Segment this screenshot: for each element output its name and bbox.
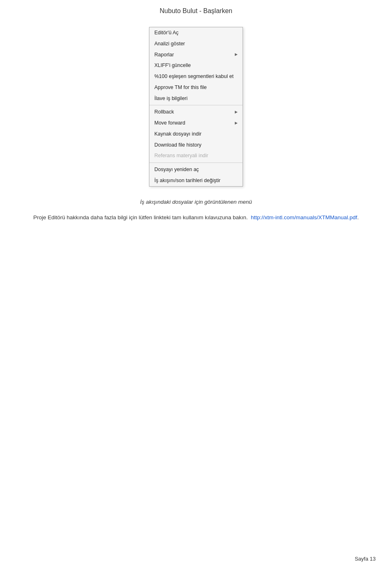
menu-item-download-history[interactable]: Download file history xyxy=(149,140,243,151)
manual-link[interactable]: http://xtm-intl.com/manuals/XTMManual.pd… xyxy=(251,214,357,220)
menu-item-approve-tm[interactable]: Approve TM for this file xyxy=(149,82,243,93)
menu-divider-2 xyxy=(149,163,243,163)
menu-screenshot: Editör'ü Aç Analizi göster Raporlar XLIF… xyxy=(149,27,243,187)
page-number: Sayfa 13 xyxy=(355,556,376,562)
menu-item-editor[interactable]: Editör'ü Aç xyxy=(149,27,243,38)
menu-item-100-esles[interactable]: %100 eşleşen segmentleri kabul et xyxy=(149,71,243,82)
caption: İş akışındaki dosyalar için görüntülenen… xyxy=(140,199,252,205)
menu-item-is-akisi[interactable]: İş akışını/son tarihleri değiştir xyxy=(149,175,243,186)
menu-item-referans: Referans materyali indir xyxy=(149,150,243,161)
menu-divider-1 xyxy=(149,105,243,105)
menu-item-xliff[interactable]: XLIFF'i güncelle xyxy=(149,60,243,71)
menu-item-analiz[interactable]: Analizi göster xyxy=(149,38,243,49)
menu-item-move-forward[interactable]: Move forward xyxy=(149,118,243,129)
page-title: Nubuto Bulut - Başlarken xyxy=(0,0,392,23)
menu-item-rollback[interactable]: Rollback xyxy=(149,107,243,118)
menu-item-dosya-yeniden-ac[interactable]: Dosyayı yeniden aç xyxy=(149,164,243,175)
menu-item-raporlar[interactable]: Raporlar xyxy=(149,49,243,60)
menu-item-kaynak-indir[interactable]: Kaynak dosyayı indir xyxy=(149,129,243,140)
body-text: Proje Editörü hakkında daha fazla bilgi … xyxy=(33,213,359,222)
menu-item-ilave[interactable]: İlave iş bilgileri xyxy=(149,93,243,104)
